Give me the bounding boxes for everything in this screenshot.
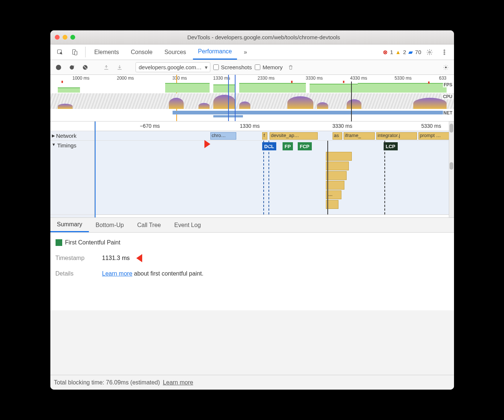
event-name: First Contentful Paint xyxy=(65,239,120,246)
recording-selector[interactable]: developers.google.com… xyxy=(136,62,210,72)
svg-point-6 xyxy=(444,53,445,54)
overview-marker-line xyxy=(351,81,352,121)
fps-drop-marker xyxy=(428,81,430,84)
gear-icon[interactable] xyxy=(423,44,436,60)
warning-count: 2 xyxy=(403,49,406,55)
flame-chart: ▶Network ▼Timings −670 ms 1330 ms 3330 m… xyxy=(50,121,454,218)
blocking-time: Total blocking time: 76.09ms (estimated) xyxy=(54,379,160,386)
minimize-icon[interactable] xyxy=(63,35,67,40)
main-tabs: Elements Console Sources Performance » ⊗… xyxy=(50,44,454,60)
svg-point-4 xyxy=(444,50,445,51)
window-title: DevTools - developers.google.com/web/too… xyxy=(78,34,450,40)
record-button[interactable] xyxy=(53,62,64,73)
network-resource[interactable]: iframe_ xyxy=(344,132,375,140)
annotation-arrow xyxy=(193,137,210,151)
device-toggle-icon[interactable] xyxy=(68,44,81,60)
clear-button[interactable] xyxy=(80,62,90,73)
warning-icon: ▲ xyxy=(395,49,401,55)
console-badges[interactable]: ⊗1 ▲2 ▰70 xyxy=(383,44,421,60)
long-task[interactable] xyxy=(326,152,352,161)
summary-panel: First Contentful Paint Timestamp 1131.3 … xyxy=(50,233,454,310)
network-track: chro… f devsite_ap… as iframe_ integrato… xyxy=(96,131,454,141)
learn-more-link[interactable]: Learn more xyxy=(102,270,133,277)
status-bar: Total blocking time: 76.09ms (estimated)… xyxy=(50,375,454,390)
vline-fp xyxy=(268,141,269,214)
more-vert-icon[interactable] xyxy=(438,44,451,60)
overview-panel[interactable]: 1000 ms 2000 ms 330 ms 1330 ms 2330 ms 3… xyxy=(50,75,454,121)
tab-event-log[interactable]: Event Log xyxy=(167,218,207,232)
screenshots-checkbox[interactable]: Screenshots xyxy=(213,64,252,70)
error-count: 1 xyxy=(390,49,393,55)
svg-point-5 xyxy=(444,51,445,53)
tab-elements[interactable]: Elements xyxy=(89,44,124,60)
network-resource[interactable]: f xyxy=(262,132,267,140)
event-color-swatch xyxy=(56,239,62,246)
capture-settings-icon[interactable] xyxy=(441,62,451,73)
chevron-down-icon: ▼ xyxy=(52,142,56,147)
learn-more-link[interactable]: Learn more xyxy=(163,379,193,386)
close-icon[interactable] xyxy=(55,35,60,40)
fps-label: FPS xyxy=(443,82,453,87)
timing-lcp[interactable]: LCP xyxy=(384,142,398,150)
network-resource[interactable]: integrator.j xyxy=(376,132,417,140)
maximize-icon[interactable] xyxy=(70,35,75,40)
titlebar: DevTools - developers.google.com/web/too… xyxy=(50,30,454,44)
svg-rect-2 xyxy=(74,51,77,55)
memory-checkbox[interactable]: Memory xyxy=(255,64,283,70)
tab-console[interactable]: Console xyxy=(126,44,158,60)
network-resource[interactable]: prompt … xyxy=(418,132,450,140)
network-resource[interactable]: chro… xyxy=(210,132,236,140)
traffic-lights xyxy=(55,35,75,40)
scrollbar-thumb[interactable] xyxy=(450,124,453,133)
tab-summary[interactable]: Summary xyxy=(50,218,89,232)
details-text: Learn more about first contentful paint. xyxy=(102,270,204,277)
message-icon: ▰ xyxy=(408,49,413,56)
overview-ruler: 1000 ms 2000 ms 330 ms 1330 ms 2330 ms 3… xyxy=(50,75,454,81)
timing-fp[interactable]: FP xyxy=(283,142,293,150)
long-task[interactable] xyxy=(326,171,347,180)
fps-drop-marker xyxy=(343,81,344,83)
long-task[interactable] xyxy=(326,181,344,190)
error-icon: ⊗ xyxy=(383,49,388,56)
tab-sources[interactable]: Sources xyxy=(159,44,191,60)
track-labels: ▶Network ▼Timings xyxy=(50,121,95,217)
tab-bottom-up[interactable]: Bottom-Up xyxy=(89,218,130,232)
overview-selection[interactable] xyxy=(228,75,236,121)
devtools-window: DevTools - developers.google.com/web/too… xyxy=(50,30,454,390)
scrollbar[interactable] xyxy=(449,121,454,217)
long-task[interactable] xyxy=(326,161,349,170)
chevron-right-icon: ▶ xyxy=(52,133,55,138)
detail-tabs: Summary Bottom-Up Call Tree Event Log xyxy=(50,218,454,233)
network-resource[interactable]: devsite_ap… xyxy=(270,132,318,140)
flame-chart-body[interactable]: −670 ms 1330 ms 3330 ms 5330 ms chro… f … xyxy=(95,121,454,217)
fps-lane: FPS xyxy=(50,81,454,93)
trash-icon[interactable] xyxy=(286,62,296,73)
ruler-spacer xyxy=(50,121,94,131)
tabs-overflow[interactable]: » xyxy=(238,44,252,60)
timings-track-toggle[interactable]: ▼Timings xyxy=(50,141,94,215)
tab-performance[interactable]: Performance xyxy=(193,44,237,60)
separator xyxy=(85,47,86,57)
timing-dcl[interactable]: DCL xyxy=(262,142,277,150)
reload-record-button[interactable] xyxy=(67,62,77,73)
net-lane: NET xyxy=(50,110,454,117)
performance-toolbar: developers.google.com… Screenshots Memor… xyxy=(50,60,454,75)
timing-fcp[interactable]: FCP xyxy=(298,142,312,150)
cpu-lane: CPU xyxy=(50,93,454,109)
vline-dcl xyxy=(263,141,264,214)
tab-call-tree[interactable]: Call Tree xyxy=(130,218,167,232)
long-task[interactable]: l… xyxy=(326,190,341,199)
scrollbar-thumb[interactable] xyxy=(450,162,453,170)
details-label: Details xyxy=(56,270,96,277)
net-label: NET xyxy=(443,110,453,116)
timeline-ruler: −670 ms 1330 ms 3330 ms 5330 ms xyxy=(96,121,454,131)
load-profile-button[interactable] xyxy=(101,62,111,73)
inspect-icon[interactable] xyxy=(53,44,67,60)
timestamp-value: 1131.3 ms xyxy=(102,255,130,261)
svg-point-3 xyxy=(428,51,430,53)
svg-point-8 xyxy=(445,67,447,68)
network-track-toggle[interactable]: ▶Network xyxy=(50,131,94,141)
network-resource[interactable]: as xyxy=(333,132,342,140)
save-profile-button[interactable] xyxy=(114,62,125,73)
vline-task xyxy=(327,141,328,214)
